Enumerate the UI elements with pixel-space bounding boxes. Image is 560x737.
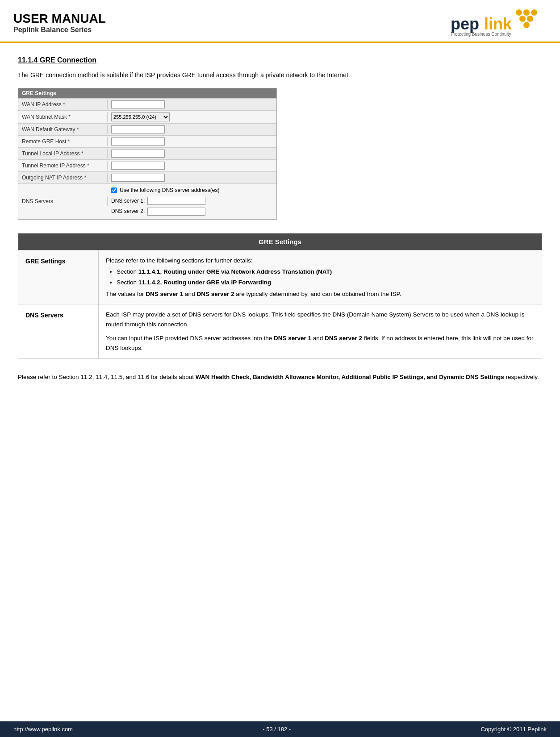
svg-point-5	[523, 22, 530, 28]
ref-dns-label: DNS Servers	[18, 304, 99, 358]
wan-gateway-value	[108, 124, 276, 135]
wan-subnet-row: WAN Subnet Mask * 255.255.255.0 (/24) 25…	[18, 110, 276, 123]
tunnel-local-input[interactable]	[111, 150, 165, 158]
header-text: USER MANUAL Peplink Balance Series	[13, 12, 106, 34]
peplink-logo: pep link Protecting Business Continuity	[448, 8, 547, 37]
ref-row-gre: GRE Settings Please refer to the followi…	[18, 250, 542, 304]
dns-use-checkbox[interactable]	[111, 187, 117, 193]
ref-table-header: GRE Settings	[18, 233, 542, 250]
footer-copyright: Copyright © 2011 Peplink	[481, 726, 547, 733]
svg-text:Protecting Business Continuity: Protecting Business Continuity	[451, 32, 511, 37]
ref-dns-content: Each ISP may provide a set of DNS server…	[99, 304, 542, 358]
logo-container: pep link Protecting Business Continuity	[448, 8, 547, 37]
ref-gre-label: GRE Settings	[18, 250, 99, 304]
outgoing-nat-row: Outgoing NAT IP Address *	[18, 171, 276, 183]
wan-subnet-value: 255.255.255.0 (/24) 255.255.255.128 (/25…	[108, 111, 276, 123]
wan-gateway-label: WAN Default Gateway *	[18, 125, 108, 134]
wan-ip-row: WAN IP Address *	[18, 98, 276, 110]
dns-server1-label: DNS server 1:	[111, 196, 145, 206]
svg-point-2	[531, 9, 537, 16]
remote-gre-row: Remote GRE Host *	[18, 135, 276, 147]
ref-dns-para2: You can input the ISP provided DNS serve…	[106, 333, 535, 353]
gre-screenshot-table: GRE Settings WAN IP Address * WAN Subnet…	[18, 88, 277, 220]
ref-dns-para1: Each ISP may provide a set of DNS server…	[106, 310, 535, 329]
remote-gre-value	[108, 136, 276, 147]
svg-point-1	[523, 9, 530, 16]
manual-title: USER MANUAL	[13, 12, 106, 26]
tunnel-local-row: Tunnel Local IP Address *	[18, 147, 276, 159]
ref-gre-content: Please refer to the following sections f…	[99, 250, 542, 304]
dns-checkbox-label: Use the following DNS server address(es)	[120, 186, 219, 196]
outgoing-nat-label: Outgoing NAT IP Address *	[18, 173, 108, 183]
section-heading: 11.1.4 GRE Connection	[18, 56, 542, 64]
tunnel-local-value	[108, 148, 276, 159]
ref-gre-note: The values for DNS server 1 and DNS serv…	[106, 289, 535, 299]
page-footer: http://www.peplink.com - 53 / 182 - Copy…	[0, 721, 560, 737]
dns-servers-value: Use the following DNS server address(es)…	[108, 184, 276, 219]
ref-row-dns: DNS Servers Each ISP may provide a set o…	[18, 304, 542, 358]
tunnel-local-label: Tunnel Local IP Address *	[18, 149, 108, 158]
tunnel-remote-value	[108, 160, 276, 171]
svg-point-0	[516, 9, 522, 16]
footer-note: Please refer to Section 11.2, 11.4, 11.5…	[18, 372, 542, 382]
ref-gre-list: Section 11.1.4.1, Routing under GRE via …	[117, 267, 535, 287]
tunnel-remote-input[interactable]	[111, 162, 165, 170]
main-content: 11.1.4 GRE Connection The GRE connection…	[0, 43, 560, 395]
footer-url[interactable]: http://www.peplink.com	[13, 726, 73, 733]
ref-gre-bullet2: Section 11.1.4.2, Routing under GRE via …	[117, 278, 535, 287]
dns-server2-input[interactable]	[147, 208, 205, 216]
svg-text:pep: pep	[451, 15, 479, 33]
intro-paragraph: The GRE connection method is suitable if…	[18, 71, 542, 80]
wan-ip-input[interactable]	[111, 100, 165, 108]
dns-checkbox-line: Use the following DNS server address(es)	[111, 186, 273, 196]
wan-subnet-label: WAN Subnet Mask *	[18, 112, 108, 122]
page-header: USER MANUAL Peplink Balance Series pep l…	[0, 0, 560, 43]
svg-point-3	[519, 16, 526, 22]
ref-gre-intro: Please refer to the following sections f…	[106, 256, 535, 266]
svg-point-4	[527, 16, 533, 22]
gre-screenshot-header: GRE Settings	[18, 88, 276, 98]
dns-server2-label: DNS server 2:	[111, 207, 145, 217]
tunnel-remote-row: Tunnel Remote IP Address *	[18, 159, 276, 171]
footer-page-info: - 53 / 182 -	[263, 726, 291, 733]
series-subtitle: Peplink Balance Series	[13, 26, 106, 34]
wan-ip-label: WAN IP Address *	[18, 100, 108, 109]
wan-gateway-input[interactable]	[111, 125, 165, 133]
dns-server2-line: DNS server 2:	[111, 207, 273, 217]
outgoing-nat-value	[108, 172, 276, 183]
remote-gre-label: Remote GRE Host *	[18, 137, 108, 146]
wan-gateway-row: WAN Default Gateway *	[18, 123, 276, 135]
wan-ip-value	[108, 99, 276, 110]
dns-servers-label: DNS Servers	[18, 196, 108, 206]
svg-text:link: link	[484, 15, 512, 33]
tunnel-remote-label: Tunnel Remote IP Address *	[18, 161, 108, 171]
reference-table: GRE Settings GRE Settings Please refer t…	[18, 233, 542, 359]
wan-subnet-select[interactable]: 255.255.255.0 (/24) 255.255.255.128 (/25…	[111, 112, 170, 121]
dns-servers-row: DNS Servers Use the following DNS server…	[18, 183, 276, 219]
dns-server1-line: DNS server 1:	[111, 196, 273, 206]
dns-server1-input[interactable]	[147, 197, 205, 205]
remote-gre-input[interactable]	[111, 137, 165, 146]
outgoing-nat-input[interactable]	[111, 174, 165, 182]
ref-gre-bullet1: Section 11.1.4.1, Routing under GRE via …	[117, 267, 535, 277]
